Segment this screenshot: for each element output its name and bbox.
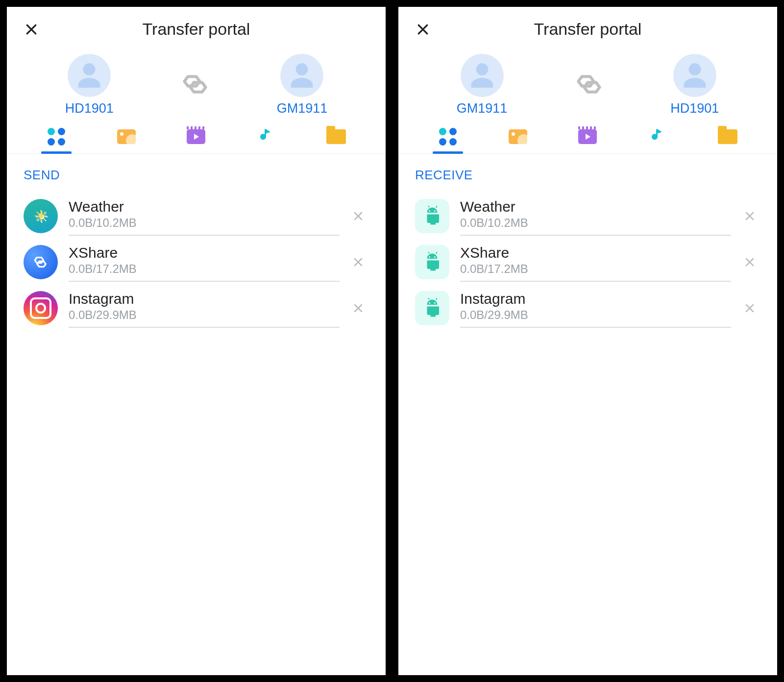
cancel-icon bbox=[744, 256, 756, 268]
svg-point-0 bbox=[429, 210, 430, 212]
app-icon-android bbox=[415, 291, 449, 325]
progress-bar bbox=[460, 235, 731, 236]
close-button[interactable] bbox=[22, 20, 41, 39]
list-item: XShare 0.0B/17.2MB bbox=[20, 236, 373, 282]
progress-bar bbox=[460, 327, 731, 328]
tab-videos[interactable] bbox=[574, 127, 601, 153]
progress-bar bbox=[69, 281, 340, 282]
item-meta: 0.0B/29.9MB bbox=[460, 308, 731, 322]
list-item: XShare 0.0B/17.2MB bbox=[411, 236, 764, 282]
panel-receive: Transfer portal GM1911 HD1901 bbox=[398, 7, 777, 675]
videos-icon bbox=[187, 129, 205, 144]
avatar-icon bbox=[68, 54, 111, 97]
tab-files[interactable] bbox=[714, 127, 741, 153]
files-icon bbox=[718, 129, 737, 144]
cancel-button[interactable] bbox=[742, 254, 758, 270]
list-item: Weather 0.0B/10.2MB bbox=[411, 190, 764, 236]
photos-icon bbox=[117, 129, 136, 144]
list-item: Instagram 0.0B/29.9MB bbox=[411, 282, 764, 328]
transfer-link-icon bbox=[181, 70, 209, 100]
svg-point-3 bbox=[434, 256, 436, 258]
transfer-list: Weather 0.0B/10.2MB XShare 0.0B/17.2MB bbox=[7, 188, 386, 330]
app-icon-weather bbox=[24, 199, 58, 233]
avatar-icon bbox=[461, 54, 504, 97]
item-meta: 0.0B/29.9MB bbox=[69, 308, 340, 322]
svg-point-1 bbox=[434, 210, 436, 212]
peer-left[interactable]: GM1911 bbox=[457, 54, 508, 116]
category-tabs bbox=[398, 118, 777, 154]
section-label: SEND bbox=[7, 154, 386, 188]
app-icon-xshare bbox=[24, 245, 58, 279]
peer-left[interactable]: HD1901 bbox=[65, 54, 114, 116]
avatar-icon bbox=[280, 54, 323, 97]
svg-point-2 bbox=[429, 256, 430, 258]
apps-icon bbox=[439, 128, 457, 146]
app-icon-android bbox=[415, 245, 449, 279]
cancel-button[interactable] bbox=[742, 208, 758, 224]
item-name: Weather bbox=[460, 198, 731, 215]
app-icon-instagram bbox=[24, 291, 58, 325]
header: Transfer portal bbox=[7, 7, 386, 51]
page-title: Transfer portal bbox=[534, 20, 642, 39]
svg-point-4 bbox=[429, 302, 430, 304]
music-icon bbox=[257, 127, 275, 146]
cancel-icon bbox=[744, 302, 756, 314]
item-meta: 0.0B/10.2MB bbox=[69, 216, 340, 230]
item-name: XShare bbox=[460, 244, 731, 261]
transfer-link-icon bbox=[575, 70, 603, 100]
cancel-icon bbox=[352, 302, 364, 314]
transfer-list: Weather 0.0B/10.2MB XShare 0.0B/17.2MB bbox=[398, 188, 777, 330]
list-item: Instagram 0.0B/29.9MB bbox=[20, 282, 373, 328]
tab-apps[interactable] bbox=[43, 127, 70, 153]
tab-photos[interactable] bbox=[113, 127, 140, 153]
tab-files[interactable] bbox=[323, 127, 349, 153]
close-button[interactable] bbox=[413, 20, 433, 39]
peer-row: GM1911 HD1901 bbox=[398, 51, 777, 118]
header: Transfer portal bbox=[398, 7, 777, 51]
peer-right-name: HD1901 bbox=[670, 101, 719, 116]
cancel-icon bbox=[352, 210, 364, 222]
cancel-button[interactable] bbox=[742, 300, 758, 316]
svg-point-5 bbox=[434, 302, 436, 304]
peer-right-name: GM1911 bbox=[277, 101, 328, 116]
close-icon bbox=[24, 22, 39, 37]
item-meta: 0.0B/17.2MB bbox=[69, 262, 340, 276]
list-item: Weather 0.0B/10.2MB bbox=[20, 190, 373, 236]
category-tabs bbox=[7, 118, 386, 154]
peer-right[interactable]: HD1901 bbox=[670, 54, 719, 116]
close-icon bbox=[416, 22, 430, 37]
item-name: Weather bbox=[69, 198, 340, 215]
apps-icon bbox=[48, 128, 65, 146]
tab-music[interactable] bbox=[644, 127, 671, 153]
photos-icon bbox=[509, 129, 527, 144]
peer-right[interactable]: GM1911 bbox=[277, 54, 328, 116]
page-title: Transfer portal bbox=[143, 20, 250, 39]
app-icon-android bbox=[415, 199, 449, 233]
videos-icon bbox=[578, 129, 597, 144]
cancel-icon bbox=[352, 256, 364, 268]
peer-left-name: GM1911 bbox=[457, 101, 508, 116]
progress-bar bbox=[69, 235, 340, 236]
item-name: Instagram bbox=[69, 291, 340, 307]
item-meta: 0.0B/10.2MB bbox=[460, 216, 731, 230]
peer-row: HD1901 GM1911 bbox=[7, 51, 386, 118]
avatar-icon bbox=[673, 54, 716, 97]
tab-music[interactable] bbox=[253, 127, 279, 153]
item-name: XShare bbox=[69, 244, 340, 261]
panel-send: Transfer portal HD1901 GM1911 bbox=[7, 7, 386, 675]
cancel-button[interactable] bbox=[350, 254, 366, 270]
cancel-button[interactable] bbox=[350, 300, 366, 316]
section-label: RECEIVE bbox=[398, 154, 777, 188]
cancel-icon bbox=[744, 210, 756, 222]
music-icon bbox=[649, 127, 666, 146]
cancel-button[interactable] bbox=[350, 208, 366, 224]
item-meta: 0.0B/17.2MB bbox=[460, 262, 731, 276]
tab-photos[interactable] bbox=[505, 127, 531, 153]
files-icon bbox=[326, 129, 346, 144]
progress-bar bbox=[69, 327, 340, 328]
tab-videos[interactable] bbox=[183, 127, 209, 153]
tab-apps[interactable] bbox=[435, 127, 461, 153]
item-name: Instagram bbox=[460, 291, 731, 307]
peer-left-name: HD1901 bbox=[65, 101, 114, 116]
progress-bar bbox=[460, 281, 731, 282]
